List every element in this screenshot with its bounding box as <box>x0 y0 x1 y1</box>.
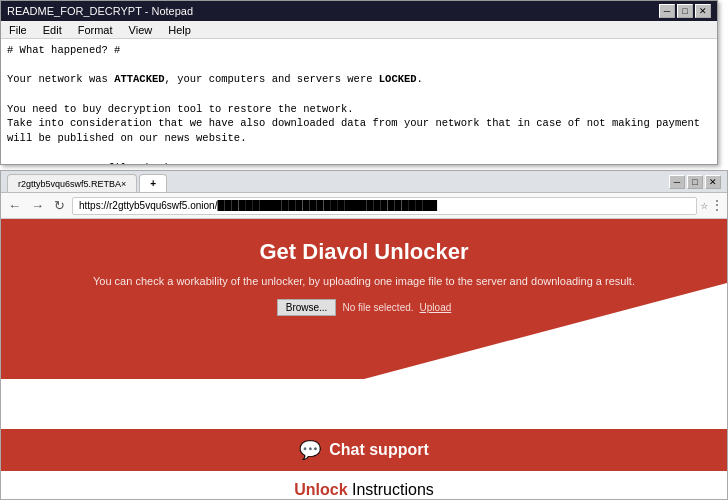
minimize-button[interactable]: ─ <box>659 4 675 18</box>
upload-button[interactable]: Upload <box>420 302 452 313</box>
browser-maximize[interactable]: □ <box>687 175 703 189</box>
tab-1-label: r2gttyb5vqu6swf5.RETBA× <box>18 179 126 189</box>
back-button[interactable]: ← <box>5 199 24 212</box>
maximize-button[interactable]: □ <box>677 4 693 18</box>
notepad-line-2 <box>7 58 711 73</box>
chat-support-bar[interactable]: 💬 Chat support <box>1 429 727 471</box>
unlock-rest-text: Instructions <box>348 481 434 498</box>
notepad-title: README_FOR_DECRYPT - Notepad <box>7 5 193 17</box>
browser-content: Get Diavol Unlocker You can check a work… <box>1 219 727 499</box>
browser-tab-2[interactable]: + <box>139 174 167 192</box>
diavol-header-section: Get Diavol Unlocker You can check a work… <box>1 219 727 379</box>
reload-button[interactable]: ↻ <box>51 199 68 212</box>
browser-toolbar-icons: ☆ ⋮ <box>701 198 723 213</box>
diavol-subtitle: You can check a workability of the unloc… <box>21 275 707 287</box>
notepad-line-3: Your network was ATTACKED, your computer… <box>7 72 711 87</box>
menu-file[interactable]: File <box>5 23 31 37</box>
browser-window-controls[interactable]: ─ □ ✕ <box>669 175 721 189</box>
unlock-title: Unlock Instructions <box>294 481 434 498</box>
notepad-line-6: Take into consideration that we have als… <box>7 116 711 145</box>
menu-help[interactable]: Help <box>164 23 195 37</box>
diavol-title: Get Diavol Unlocker <box>21 239 707 265</box>
notepad-line-4 <box>7 87 711 102</box>
close-button[interactable]: ✕ <box>695 4 711 18</box>
notepad-window-controls[interactable]: ─ □ ✕ <box>659 4 711 18</box>
browser-tab-1[interactable]: r2gttyb5vqu6swf5.RETBA× <box>7 174 137 192</box>
notepad-menubar: File Edit Format View Help <box>1 21 717 39</box>
diavol-page: Get Diavol Unlocker You can check a work… <box>1 219 727 499</box>
browse-button[interactable]: Browse... <box>277 299 337 316</box>
bookmark-icon[interactable]: ☆ <box>701 198 708 213</box>
menu-icon[interactable]: ⋮ <box>711 198 723 213</box>
browser-titlebar: r2gttyb5vqu6swf5.RETBA× + ─ □ ✕ <box>1 171 727 193</box>
menu-view[interactable]: View <box>125 23 157 37</box>
notepad-content: # What happened? # Your network was ATTA… <box>1 39 717 164</box>
chat-label: Chat support <box>329 441 429 459</box>
browser-window: r2gttyb5vqu6swf5.RETBA× + ─ □ ✕ ← → ↻ ☆ … <box>0 170 728 500</box>
menu-format[interactable]: Format <box>74 23 117 37</box>
unlock-red-text: Unlock <box>294 481 347 498</box>
browser-toolbar: ← → ↻ ☆ ⋮ <box>1 193 727 219</box>
notepad-titlebar: README_FOR_DECRYPT - Notepad ─ □ ✕ <box>1 1 717 21</box>
forward-button[interactable]: → <box>28 199 47 212</box>
menu-edit[interactable]: Edit <box>39 23 66 37</box>
upload-row: Browse... No file selected. Upload <box>21 299 707 316</box>
browser-close[interactable]: ✕ <box>705 175 721 189</box>
browser-tabs: r2gttyb5vqu6swf5.RETBA× + <box>7 171 169 192</box>
notepad-line-8: # How to get my files back? # <box>7 161 711 165</box>
notepad-window: README_FOR_DECRYPT - Notepad ─ □ ✕ File … <box>0 0 718 165</box>
unlock-section: Unlock Instructions <box>1 471 727 499</box>
notepad-line-1: # What happened? # <box>7 43 711 58</box>
browser-minimize[interactable]: ─ <box>669 175 685 189</box>
notepad-line-5: You need to buy decryption tool to resto… <box>7 102 711 117</box>
chat-icon: 💬 <box>299 439 321 461</box>
tab-2-label: + <box>150 178 156 189</box>
white-diagonal-area <box>1 379 727 429</box>
no-file-text: No file selected. <box>342 302 413 313</box>
address-bar[interactable] <box>72 197 697 215</box>
notepad-line-7 <box>7 146 711 161</box>
